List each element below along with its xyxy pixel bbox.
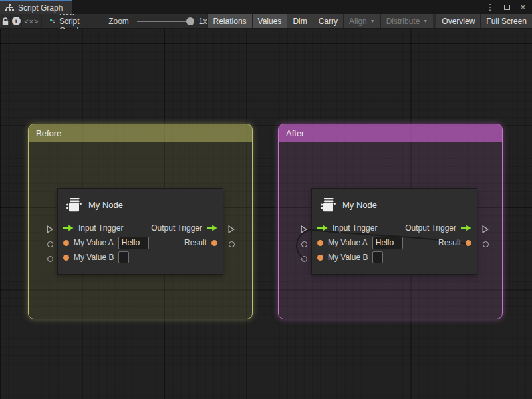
value-b-port-icon[interactable] bbox=[63, 255, 69, 261]
my-node-before[interactable]: My Node Input Trigger Output Trigger bbox=[57, 188, 223, 275]
unit-icon bbox=[320, 197, 336, 213]
output-trigger-label: Output Trigger bbox=[405, 223, 456, 233]
node-title: My Node bbox=[88, 200, 123, 210]
graph-toolbar: i <×> New Script Graph Zoom 1x Relations bbox=[0, 14, 532, 29]
toolbar-button-align: Align ▼ bbox=[343, 14, 380, 28]
group-after-label: After bbox=[286, 128, 304, 138]
chevron-down-icon: ▼ bbox=[423, 19, 428, 23]
info-button[interactable]: i bbox=[11, 14, 21, 28]
group-after-header[interactable]: After bbox=[279, 124, 502, 142]
my-node-after[interactable]: My Node Input Trigger Output Trigger bbox=[311, 188, 477, 275]
lock-icon bbox=[1, 17, 9, 26]
output-trigger-port-icon[interactable] bbox=[207, 225, 217, 231]
tab-script-graph[interactable]: Script Graph bbox=[0, 0, 72, 14]
output-trigger-port-icon[interactable] bbox=[461, 225, 471, 231]
value-b-label: My Value B bbox=[328, 253, 368, 262]
group-after[interactable]: After My Node bbox=[278, 124, 503, 319]
value-b-row: My Value B bbox=[58, 250, 223, 265]
window-menu-button[interactable]: ⋮ bbox=[485, 3, 494, 11]
outer-value-a-port[interactable] bbox=[47, 241, 53, 247]
value-a-label: My Value A bbox=[74, 238, 114, 247]
result-label: Result bbox=[184, 238, 207, 247]
node-header: My Node bbox=[312, 189, 477, 214]
value-b-row: My Value B bbox=[312, 250, 477, 265]
toolbar-button-fullscreen[interactable]: Full Screen bbox=[480, 14, 532, 28]
script-graph-window: Script Graph ⋮ × i <×> bbox=[0, 0, 532, 399]
result-port-icon[interactable] bbox=[211, 240, 217, 246]
outer-input-trigger-port[interactable] bbox=[47, 225, 53, 233]
zoom-slider[interactable] bbox=[137, 21, 190, 22]
toolbar-button-carry[interactable]: Carry bbox=[313, 14, 343, 28]
tab-label: Script Graph bbox=[18, 3, 63, 13]
window-close-button[interactable]: × bbox=[520, 3, 525, 11]
value-a-input[interactable] bbox=[118, 237, 149, 249]
trigger-row: Input Trigger Output Trigger bbox=[58, 221, 223, 235]
node-header: My Node bbox=[58, 189, 223, 214]
window-maximize-button[interactable] bbox=[504, 5, 510, 10]
value-a-row: My Value A Result bbox=[58, 235, 223, 250]
value-a-label: My Value A bbox=[328, 238, 368, 247]
value-a-port-icon[interactable] bbox=[63, 240, 69, 246]
code-brackets-icon: <×> bbox=[24, 17, 39, 25]
graph-hierarchy-icon bbox=[5, 4, 14, 12]
outer-value-a-port[interactable] bbox=[301, 241, 307, 247]
input-trigger-label: Input Trigger bbox=[78, 223, 123, 233]
tab-bar: Script Graph ⋮ × bbox=[0, 0, 532, 14]
group-before-label: Before bbox=[36, 128, 61, 138]
graph-canvas[interactable]: Before My Node bbox=[0, 29, 532, 399]
toolbar-button-relations[interactable]: Relations bbox=[207, 14, 252, 28]
code-preview-button[interactable]: <×> bbox=[22, 14, 42, 28]
node-rows: Input Trigger Output Trigger My Value A … bbox=[312, 221, 477, 265]
value-a-row: My Value A Result bbox=[312, 235, 477, 250]
zoom-control: Zoom 1x bbox=[108, 17, 207, 26]
outer-value-b-port[interactable] bbox=[301, 256, 307, 262]
unit-icon bbox=[66, 197, 82, 213]
outer-input-trigger-port[interactable] bbox=[301, 225, 307, 233]
input-trigger-label: Input Trigger bbox=[332, 223, 377, 233]
value-b-label: My Value B bbox=[74, 253, 114, 262]
value-a-input[interactable] bbox=[372, 237, 403, 249]
value-b-port-icon[interactable] bbox=[317, 255, 323, 261]
chevron-down-icon: ▼ bbox=[370, 19, 375, 23]
outer-result-port[interactable] bbox=[229, 241, 235, 247]
toolbar-button-overview[interactable]: Overview bbox=[436, 14, 480, 28]
window-controls: ⋮ × bbox=[485, 0, 532, 14]
result-label: Result bbox=[438, 238, 461, 247]
group-before-header[interactable]: Before bbox=[29, 124, 252, 142]
info-icon: i bbox=[12, 17, 21, 25]
value-b-input[interactable] bbox=[372, 251, 383, 263]
group-before[interactable]: Before My Node bbox=[28, 124, 253, 319]
toolbar-button-values[interactable]: Values bbox=[252, 14, 287, 28]
zoom-label: Zoom bbox=[108, 17, 129, 26]
zoom-slider-handle[interactable] bbox=[186, 17, 194, 25]
node-rows: Input Trigger Output Trigger My Value A … bbox=[58, 221, 223, 265]
output-trigger-label: Output Trigger bbox=[151, 223, 202, 233]
input-trigger-port-icon[interactable] bbox=[317, 225, 328, 231]
input-trigger-port-icon[interactable] bbox=[63, 225, 74, 231]
toolbar-button-dim[interactable]: Dim bbox=[287, 14, 312, 28]
trigger-row: Input Trigger Output Trigger bbox=[312, 221, 477, 235]
lock-button[interactable] bbox=[0, 14, 11, 28]
script-graph-asset-icon bbox=[50, 17, 55, 25]
toolbar-button-distribute: Distribute ▼ bbox=[380, 14, 434, 28]
value-a-port-icon[interactable] bbox=[317, 240, 323, 246]
zoom-value: 1x bbox=[199, 17, 207, 26]
outer-result-port[interactable] bbox=[483, 241, 489, 247]
toolbar-buttons: Relations Values Dim Carry Align ▼ Distr… bbox=[207, 14, 532, 28]
value-b-input[interactable] bbox=[118, 251, 129, 263]
result-port-icon[interactable] bbox=[466, 240, 471, 246]
outer-value-b-port[interactable] bbox=[47, 256, 53, 262]
outer-output-trigger-port[interactable] bbox=[482, 225, 489, 233]
outer-output-trigger-port[interactable] bbox=[228, 225, 235, 233]
node-title: My Node bbox=[342, 200, 377, 210]
